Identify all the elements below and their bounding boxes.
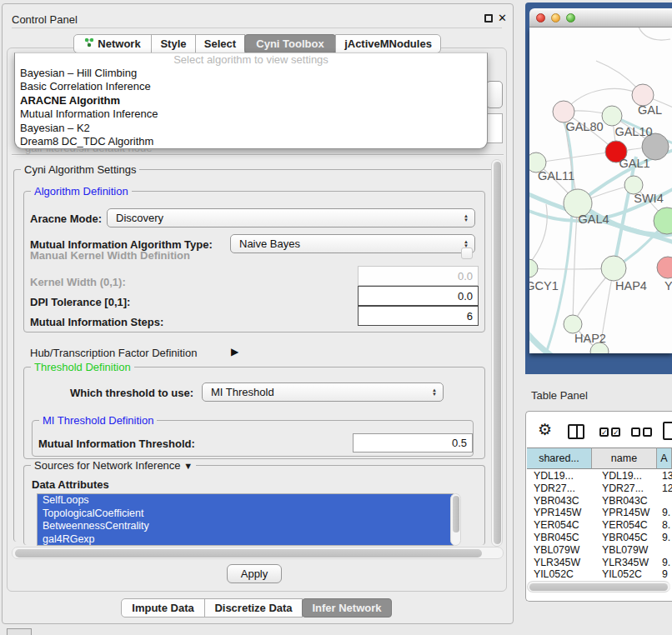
select-all-checkbox-icon[interactable]: ✓ — [599, 428, 609, 437]
tab-discretize-data[interactable]: Discretize Data — [204, 598, 303, 618]
apply-button[interactable]: Apply — [227, 564, 282, 583]
table-cell[interactable]: 12 — [657, 482, 672, 495]
data-attribute-option-gal4rgexp[interactable]: gal4RGexp — [38, 533, 453, 547]
tab-infer-network[interactable]: Infer Network — [302, 598, 392, 618]
tab-impute-data[interactable]: Impute Data — [121, 598, 205, 618]
table-cell[interactable]: YBR045C — [527, 532, 592, 544]
network-node-hap2[interactable] — [564, 315, 582, 333]
deselect-all-checkbox-icon-2[interactable] — [643, 428, 652, 437]
application-window: Control Panel ✕ NetworkStyleSelectCyni T… — [0, 0, 672, 635]
table-horizontal-scrollbar[interactable] — [527, 581, 670, 592]
data-attribute-option-topologicalcoefficient[interactable]: TopologicalCoefficient — [38, 508, 453, 521]
data-attributes-label: Data Attributes — [32, 478, 109, 491]
tab-cyni-toolbox[interactable]: Cyni Toolbox — [244, 34, 336, 53]
select-all-checkbox-icon-2[interactable]: ✓ — [611, 428, 620, 437]
network-node-label: GAL80 — [565, 120, 603, 133]
kernel-width-field[interactable]: 0.0 — [358, 266, 479, 286]
mi-steps-field[interactable]: 6 — [358, 306, 479, 326]
network-node-gcy1[interactable] — [529, 259, 538, 278]
table-cell[interactable] — [657, 495, 672, 508]
algorithm-option-dream8-dc-tdc-algorithm[interactable]: Dream8 DC_TDC Algorithm — [15, 135, 487, 148]
mi-type-select[interactable]: Naive Bayes ▲▼ — [230, 234, 475, 253]
table-cell[interactable]: YIL052C — [592, 568, 657, 581]
collapse-arrow-icon[interactable]: ▼ — [183, 461, 193, 471]
settings-vscrollbar-thumb[interactable] — [494, 162, 501, 544]
float-window-icon[interactable] — [484, 14, 493, 22]
mi-threshold-field[interactable]: 0.5 — [353, 433, 473, 452]
close-icon[interactable]: ✕ — [498, 12, 507, 24]
table-cell[interactable]: YDR27... — [592, 482, 657, 495]
zoom-traffic-light[interactable] — [566, 13, 575, 22]
close-traffic-light[interactable] — [536, 13, 545, 22]
table-cell[interactable]: YLR345W — [527, 557, 592, 569]
table-cell[interactable]: YPR145W — [527, 507, 592, 519]
algorithm-option-basic-correlation-inference[interactable]: Basic Correlation Inference — [15, 80, 487, 93]
table-cell[interactable]: 8. — [657, 519, 672, 532]
algorithm-option-mutual-information-inference[interactable]: Mutual Information Inference — [15, 108, 487, 121]
network-node-label: GAL — [638, 103, 662, 117]
table-cell[interactable]: 13 — [657, 470, 672, 482]
table-cell[interactable]: YBL079W — [527, 544, 592, 557]
tab-select[interactable]: Select — [195, 34, 245, 53]
column-header-a[interactable]: A — [657, 448, 672, 469]
table-cell[interactable]: 9. — [657, 507, 672, 519]
table-cell[interactable]: YDL19... — [592, 470, 657, 482]
table-cell[interactable]: YBR043C — [527, 495, 592, 508]
table-cell[interactable]: 9 — [657, 568, 672, 581]
table-hscrollbar-thumb[interactable] — [529, 583, 668, 591]
check-glyph: ✓ — [613, 428, 619, 437]
column-header-shared[interactable]: shared... — [527, 448, 592, 469]
tab-network[interactable]: Network — [73, 34, 152, 53]
dpi-tolerance-label: DPI Tolerance [0,1]: — [30, 296, 130, 308]
mi-type-value: Naive Bayes — [239, 238, 300, 250]
sources-title-text: Sources for Network Inference — [34, 459, 181, 472]
aracne-mode-select[interactable]: Discovery ▲▼ — [107, 208, 475, 228]
column-header-name[interactable]: name — [592, 448, 657, 469]
table-cell[interactable]: YDL19... — [527, 470, 592, 482]
settings-vertical-scrollbar[interactable] — [491, 159, 503, 547]
tab-style[interactable]: Style — [151, 34, 196, 53]
network-node-gal10[interactable] — [602, 106, 622, 126]
table-cell[interactable]: YPR145W — [592, 507, 657, 519]
table-cell[interactable]: YBR043C — [592, 495, 657, 508]
table-cell[interactable]: YER054C — [527, 519, 592, 532]
table-cell[interactable]: YBR045C — [592, 532, 657, 544]
algorithm-option-bayesian-hill-climbing[interactable]: Bayesian – Hill Climbing — [15, 67, 487, 80]
network-node-hap4[interactable] — [601, 256, 626, 281]
cut-off-button[interactable] — [7, 628, 32, 635]
columns-icon[interactable] — [568, 424, 584, 439]
table-cell[interactable]: YIL052C — [527, 568, 592, 581]
which-threshold-select[interactable]: MI Threshold ▲▼ — [202, 382, 444, 402]
data-attributes-list[interactable]: SelfLoopsTopologicalCoefficientBetweenne… — [37, 493, 454, 546]
function-builder-icon[interactable] — [663, 422, 672, 440]
expand-arrow-icon[interactable]: ▶ — [231, 346, 238, 358]
network-node[interactable] — [654, 208, 672, 234]
table-cell[interactable]: YBL079W — [592, 544, 657, 557]
table-cell[interactable]: 9. — [657, 532, 672, 544]
deselect-all-checkbox-icon[interactable] — [631, 428, 640, 437]
table-cell[interactable]: YDR27... — [527, 482, 592, 495]
which-threshold-value: MI Threshold — [211, 386, 274, 398]
settings-hscrollbar-thumb[interactable] — [15, 549, 482, 558]
settings-horizontal-scrollbar[interactable] — [12, 547, 504, 559]
table-cell[interactable]: YER054C — [592, 519, 657, 532]
manual-kernel-checkbox[interactable] — [461, 248, 473, 259]
tab-jactivemnodules[interactable]: jActiveMNodules — [335, 34, 441, 53]
algorithm-option-bayesian-k2[interactable]: Bayesian – K2 — [15, 122, 487, 135]
minimize-traffic-light[interactable] — [551, 13, 560, 22]
attributes-scrollbar-thumb[interactable] — [453, 496, 459, 532]
network-window-titlebar[interactable] — [529, 8, 672, 28]
table-cell[interactable]: 9. — [657, 557, 672, 569]
gear-icon[interactable]: ⚙ — [538, 422, 552, 438]
data-attribute-option-betweennesscentrality[interactable]: BetweennessCentrality — [38, 520, 453, 533]
table-cell[interactable] — [657, 544, 672, 557]
network-node-label: GCY1 — [529, 279, 559, 292]
dpi-tolerance-field[interactable]: 0.0 — [358, 286, 479, 306]
attributes-list-scrollbar[interactable] — [450, 493, 461, 546]
network-canvas[interactable]: GALGAL80GAL10GAL1GAL11SWI4GAL4GCY1HAP4YH… — [529, 28, 672, 353]
network-node-y[interactable] — [657, 257, 672, 278]
section-divider — [12, 154, 504, 156]
data-attribute-option-selfloops[interactable]: SelfLoops — [38, 494, 453, 508]
table-cell[interactable]: YLR345W — [592, 557, 657, 569]
algorithm-option-aracne-algorithm[interactable]: ARACNE Algorithm — [15, 94, 487, 108]
